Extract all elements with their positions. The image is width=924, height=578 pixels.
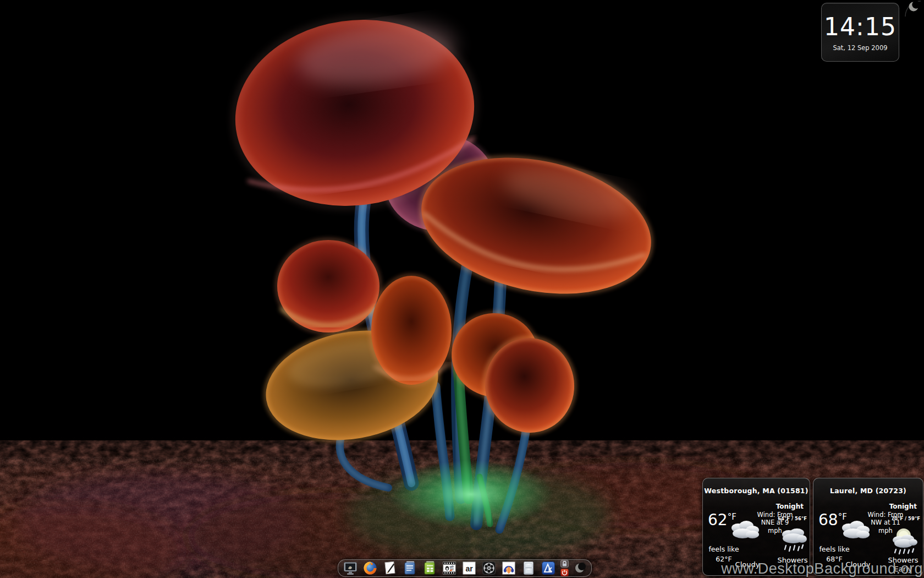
- weather-location: Laurel, MD (20723): [813, 487, 923, 495]
- display-icon[interactable]: [343, 560, 358, 576]
- weather-high-low: 64°F / 56°F: [778, 516, 807, 521]
- weather-location: Westborough, MA (01581): [703, 487, 810, 495]
- showers-icon: [779, 527, 807, 557]
- ar-app-icon[interactable]: ar: [461, 560, 477, 576]
- film-reel-icon[interactable]: [481, 560, 497, 576]
- file-cabinet-icon[interactable]: [521, 560, 536, 576]
- night-showers-icon: [889, 527, 919, 558]
- clock-widget: 14:15 Sat, 12 Sep 2009: [821, 3, 899, 62]
- text-editor-icon[interactable]: [382, 560, 398, 576]
- session-buttons: [560, 560, 569, 577]
- panel-toolbox-cashew[interactable]: [574, 561, 587, 575]
- firefox-icon[interactable]: [362, 560, 378, 576]
- cashew-icon: [574, 561, 587, 575]
- clock-date: Sat, 12 Sep 2009: [833, 44, 887, 52]
- weather-period-label: Tonight: [889, 503, 917, 510]
- site-watermark: www.DesktopBackground.org: [721, 560, 923, 577]
- power-icon[interactable]: [560, 569, 569, 577]
- feels-like-label: feels like: [819, 545, 849, 553]
- dock-panel: ar: [338, 559, 592, 577]
- desktop: 14:15 Sat, 12 Sep 2009 Westborough, MA (…: [0, 0, 924, 578]
- clock-time: 14:15: [824, 15, 897, 39]
- video-editor-icon[interactable]: [442, 560, 457, 576]
- temp-value: 62: [708, 512, 728, 528]
- weather-high-low: 70°F / 59°F: [891, 516, 920, 521]
- k-app-icon[interactable]: [541, 560, 556, 576]
- temp-value: 68: [818, 512, 838, 528]
- plasma-toolbox-corner[interactable]: [904, 0, 923, 17]
- weather-period-label: Tonight: [776, 503, 804, 510]
- spreadsheet-icon[interactable]: [422, 560, 437, 576]
- audacity-icon[interactable]: [501, 560, 516, 576]
- cashew-icon: [904, 0, 923, 17]
- ar-icon-label: ar: [465, 564, 473, 573]
- writer-document-icon[interactable]: [402, 560, 417, 576]
- feels-like-label: feels like: [708, 545, 739, 553]
- lock-icon[interactable]: [560, 560, 569, 568]
